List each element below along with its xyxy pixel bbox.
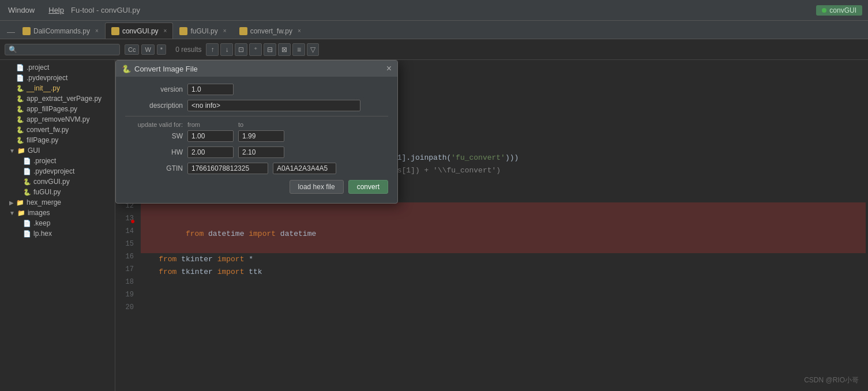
- gtin-label: GTIN: [125, 164, 183, 172]
- code-area: 12345 678910 1112131415 1617181920 −impo…: [115, 60, 868, 391]
- load-hex-button[interactable]: load hex file: [290, 180, 344, 194]
- dialog-title: 🐍 Convert Image File: [122, 65, 198, 73]
- sidebar-folder-images[interactable]: ▼ 📁 images: [0, 208, 115, 218]
- case-sensitive-button[interactable]: Cc: [125, 44, 139, 55]
- dialog-titlebar: 🐍 Convert Image File ×: [116, 61, 397, 77]
- search-input[interactable]: [20, 46, 100, 54]
- next-result-button[interactable]: ↓: [220, 43, 233, 56]
- tab-close-fugui[interactable]: ×: [223, 28, 227, 34]
- sidebar-item-lp-hex[interactable]: 📄 lp.hex: [0, 228, 115, 239]
- menu-bar[interactable]: Window Help: [6, 5, 66, 16]
- tab-close-convgui[interactable]: ×: [164, 28, 167, 34]
- tab-label-dali: DaliCommands.py: [33, 27, 90, 35]
- version-row: version: [125, 84, 388, 95]
- search-controls: Cc W *: [125, 44, 166, 55]
- tab-icon-convgui: [111, 27, 119, 35]
- regex-button[interactable]: *: [157, 44, 166, 55]
- description-input[interactable]: [187, 100, 360, 111]
- filter-button[interactable]: ▽: [307, 43, 319, 56]
- tab-fugui[interactable]: fuGUI.py ×: [173, 22, 232, 39]
- menu-help[interactable]: Help: [46, 5, 66, 16]
- tab-icon-fugui: [179, 27, 187, 35]
- main-content: 📄 .project 📄 .pydevproject 🐍 __init__.py…: [0, 60, 868, 391]
- description-row: description: [125, 100, 388, 111]
- from-col-label: from: [187, 121, 234, 128]
- version-label: version: [125, 85, 183, 93]
- watermark: CSDN @RIO小哥: [804, 375, 859, 385]
- button-row: load hex file convert: [125, 180, 388, 196]
- sidebar-item-removenvm[interactable]: 🐍 app_removeNVM.py: [0, 114, 115, 125]
- whole-word-button[interactable]: W: [141, 44, 154, 55]
- hw-label: HW: [125, 148, 183, 156]
- code-line-19: from tkinter import *: [141, 253, 866, 266]
- description-label: description: [125, 101, 183, 110]
- sw-from-input[interactable]: [187, 130, 234, 142]
- prev-result-button[interactable]: ↑: [206, 43, 219, 56]
- sidebar-item-pydevproject2[interactable]: 📄 .pydevproject: [0, 166, 115, 176]
- hw-from-input[interactable]: [187, 146, 234, 158]
- nav-buttons: ↑ ↓ ⊡ ⁺ ⊟ ⊠ ≡ ▽: [206, 43, 319, 56]
- update-header-row: update valid for: from to: [125, 121, 388, 128]
- results-count: 0 results: [175, 46, 201, 54]
- tab-convgui[interactable]: convGUI.py ×: [105, 22, 174, 39]
- search-wrap[interactable]: 🔍: [5, 44, 120, 55]
- tab-dali-commands[interactable]: DaliCommands.py ×: [16, 22, 105, 39]
- badge-label: convGUI: [829, 6, 856, 14]
- to-col-label: to: [238, 121, 284, 128]
- sw-label: SW: [125, 132, 183, 140]
- code-line-17: ● from datetime import datetime: [141, 202, 866, 253]
- hw-to-input[interactable]: [238, 146, 284, 158]
- status-dot: [822, 8, 826, 13]
- sidebar-item-pydevproject1[interactable]: 📄 .pydevproject: [0, 73, 115, 83]
- sidebar-item-project1[interactable]: 📄 .project: [0, 62, 115, 73]
- sidebar-folder-hex-merge[interactable]: ▶ 📁 hex_merge: [0, 197, 115, 208]
- version-input[interactable]: [187, 84, 234, 95]
- top-bar: Window Help Fu-tool - convGUI.py convGUI: [0, 0, 868, 21]
- sidebar-item-fugui[interactable]: 🐍 fuGUI.py: [0, 187, 115, 197]
- tabs-row: — DaliCommands.py × convGUI.py × fuGUI.p…: [0, 21, 868, 39]
- sidebar-item-fillpage[interactable]: 🐍 fillPage.py: [0, 135, 115, 145]
- regex-nav-button[interactable]: ⊟: [264, 43, 276, 56]
- search-icon: 🔍: [9, 46, 17, 54]
- sidebar-item-fillpages[interactable]: 🐍 app_fillPages.py: [0, 104, 115, 114]
- close-search-button[interactable]: ⊠: [278, 43, 291, 56]
- tab-label-fugui: fuGUI.py: [190, 27, 217, 35]
- word-button[interactable]: ⁺: [249, 43, 262, 56]
- tab-icon-dali: [22, 27, 31, 35]
- form-divider-1: [125, 116, 388, 116]
- collapse-button[interactable]: —: [5, 25, 16, 39]
- tab-close-dali[interactable]: ×: [95, 28, 99, 34]
- sw-to-input[interactable]: [238, 130, 284, 142]
- menu-window[interactable]: Window: [6, 5, 37, 16]
- dialog-overlay: 🐍 Convert Image File × version descripti…: [115, 60, 398, 204]
- sidebar-item-convert-fw[interactable]: 🐍 convert_fw.py: [0, 125, 115, 135]
- sidebar-folder-gui[interactable]: ▼ 📁 GUI: [0, 145, 115, 156]
- convert-image-dialog: 🐍 Convert Image File × version descripti…: [115, 60, 398, 204]
- gtin-input-1[interactable]: [187, 163, 268, 174]
- tab-close-convert-fw[interactable]: ×: [298, 28, 301, 34]
- gtin-input-2[interactable]: [273, 163, 336, 174]
- sidebar-item-extract[interactable]: 🐍 app_extract_verPage.py: [0, 93, 115, 104]
- app-title: Fu-tool - convGUI.py: [71, 6, 140, 14]
- tab-convert-fw[interactable]: convert_fw.py ×: [233, 22, 307, 39]
- convert-button[interactable]: convert: [348, 180, 388, 194]
- sidebar: 📄 .project 📄 .pydevproject 🐍 __init__.py…: [0, 60, 115, 391]
- tab-icon-convert-fw: [239, 27, 247, 35]
- search-bar: 🔍 Cc W * 0 results ↑ ↓ ⊡ ⁺ ⊟ ⊠ ≡ ▽: [0, 39, 868, 60]
- top-bar-right: convGUI: [816, 5, 862, 16]
- sidebar-item-init[interactable]: 🐍 __init__.py: [0, 83, 115, 93]
- options-button[interactable]: ≡: [292, 43, 305, 56]
- code-line-20: from tkinter import ttk: [141, 266, 866, 279]
- dialog-close-button[interactable]: ×: [386, 64, 392, 73]
- dialog-title-text: Convert Image File: [134, 65, 198, 73]
- dialog-body: version description update valid for: fr…: [116, 77, 397, 203]
- sw-row: SW: [125, 130, 388, 142]
- sidebar-item-project2[interactable]: 📄 .project: [0, 156, 115, 166]
- sidebar-item-keep[interactable]: 📄 .keep: [0, 218, 115, 228]
- tab-label-convert-fw: convert_fw.py: [250, 27, 292, 35]
- match-case-button[interactable]: ⊡: [235, 43, 247, 56]
- sidebar-item-convgui[interactable]: 🐍 convGUI.py: [0, 176, 115, 187]
- tab-label-convgui: convGUI.py: [122, 27, 159, 35]
- gtin-row: GTIN: [125, 163, 388, 174]
- update-valid-label: update valid for:: [125, 121, 183, 128]
